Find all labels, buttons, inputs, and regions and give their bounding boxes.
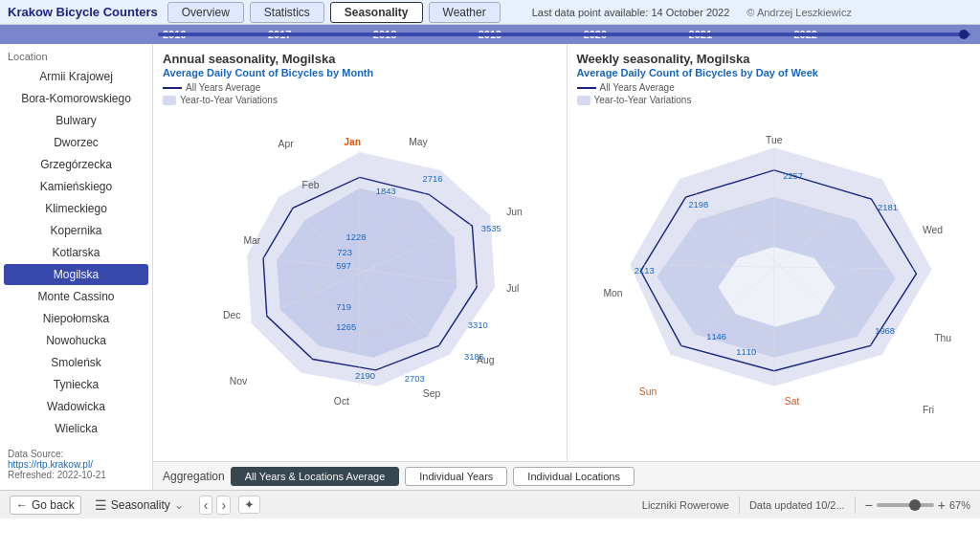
tab-seasonality[interactable]: Seasonality [330, 2, 423, 23]
breadcrumb: ☰ Seasonality ⌄ [95, 497, 184, 513]
svg-text:3310: 3310 [468, 320, 488, 330]
svg-text:Mon: Mon [603, 288, 622, 298]
annual-chart-legend: All Years Average Year-to-Year Variation… [163, 82, 557, 105]
svg-text:Feb: Feb [302, 180, 320, 190]
nav-prev-button[interactable]: ‹ [199, 496, 213, 515]
svg-text:723: 723 [337, 247, 352, 257]
annual-chart-title: Annual seasonality, Mogilska [163, 52, 557, 66]
svg-text:Oct: Oct [334, 396, 349, 407]
sidebar-item-klimec[interactable]: Klimeckiego [4, 198, 148, 219]
sidebar-item-grzegorz[interactable]: Grzegórzecka [4, 154, 148, 175]
expand-button[interactable]: ✦ [238, 496, 260, 514]
svg-text:1228: 1228 [346, 231, 367, 242]
zoom-in-button[interactable]: + [938, 497, 946, 513]
nav-arrows: ‹ › ✦ [199, 496, 260, 515]
breadcrumb-icon: ☰ [95, 497, 107, 513]
svg-text:2257: 2257 [783, 170, 803, 181]
aggregation-bar: Aggregation All Years & Locations Averag… [153, 461, 980, 490]
sidebar-item-bulwary[interactable]: Bulwary [4, 110, 148, 131]
annual-chart-subtitle: Average Daily Count of Bicycles by Month [163, 67, 557, 78]
annual-chart-panel: Annual seasonality, Mogilska Average Dai… [153, 44, 568, 461]
svg-text:Sun: Sun [638, 386, 657, 397]
svg-text:1968: 1968 [875, 325, 895, 336]
sidebar-item-dworzec[interactable]: Dworzec [4, 132, 148, 153]
sidebar-footer: Data Source: https://rtp.krakow.pl/ Refr… [0, 443, 152, 486]
aggregation-label: Aggregation [163, 470, 225, 483]
svg-text:2703: 2703 [405, 373, 425, 384]
breadcrumb-text: Seasonality [111, 498, 170, 512]
data-source-label: Data Source: [8, 449, 145, 459]
sidebar-item-kopern[interactable]: Kopernika [4, 220, 148, 241]
weekly-chart-legend: All Years Average Year-to-Year Variation… [577, 82, 971, 105]
sidebar-item-armii[interactable]: Armii Krajowej [4, 66, 148, 87]
sidebar-item-kamien[interactable]: Kamieńskiego [4, 176, 148, 197]
nav-next-button[interactable]: › [216, 496, 231, 515]
svg-text:Sep: Sep [423, 388, 441, 399]
bottom-right: Liczniki Rowerowe Data updated 10/2... −… [642, 496, 970, 514]
sidebar-item-bora[interactable]: Bora-Komorowskiego [4, 88, 148, 109]
svg-text:2113: 2113 [634, 265, 654, 276]
svg-text:Mar: Mar [243, 235, 260, 246]
bottom-bar: ← Go back ☰ Seasonality ⌄ ‹ › ✦ Liczniki… [0, 490, 980, 518]
weekly-radar: Tue Wed Thu Fri Sat Sun Mon 2257 2198 21… [577, 107, 971, 413]
sidebar-section-label: Location [0, 48, 152, 65]
svg-text:1265: 1265 [336, 321, 356, 332]
tab-weather[interactable]: Weather [429, 2, 501, 23]
svg-text:2181: 2181 [877, 202, 897, 212]
app-title: Krakow Bicycle Counters [8, 5, 158, 19]
nav-tabs: Overview Statistics Seasonality Weather [167, 2, 503, 23]
back-button[interactable]: ← Go back [10, 496, 81, 515]
svg-text:Jun: Jun [506, 207, 523, 217]
data-updated-label: Data updated 10/2... [749, 499, 845, 511]
agg-btn-individual-years[interactable]: Individual Years [405, 467, 507, 486]
zoom-slider[interactable] [877, 503, 934, 507]
tab-statistics[interactable]: Statistics [250, 2, 324, 23]
svg-text:1146: 1146 [706, 331, 726, 342]
sidebar-item-mogilska[interactable]: Mogilska [4, 264, 148, 285]
zoom-out-button[interactable]: − [865, 497, 873, 513]
svg-text:2190: 2190 [355, 370, 375, 381]
zoom-level: 67% [949, 499, 970, 511]
svg-text:2198: 2198 [688, 199, 708, 209]
back-label: Go back [32, 498, 75, 512]
agg-btn-all-years[interactable]: All Years & Locations Average [231, 467, 400, 486]
svg-text:Jul: Jul [506, 283, 519, 294]
svg-text:1843: 1843 [376, 186, 396, 196]
svg-text:Thu: Thu [934, 333, 951, 343]
sidebar-item-wielicka[interactable]: Wielicka [4, 418, 148, 439]
svg-text:Fri: Fri [923, 405, 934, 413]
refreshed-label: Refreshed: 2022-10-21 [8, 470, 145, 480]
agg-btn-individual-locations[interactable]: Individual Locations [513, 467, 635, 486]
svg-text:Tue: Tue [766, 135, 783, 145]
svg-text:1110: 1110 [736, 346, 756, 357]
annual-legend-fill-label: Year-to-Year Variations [180, 95, 278, 105]
svg-text:719: 719 [336, 301, 351, 312]
back-arrow-icon: ← [16, 498, 28, 512]
svg-text:Dec: Dec [223, 310, 240, 320]
sidebar-item-nowohucka[interactable]: Nowohucka [4, 330, 148, 351]
svg-text:3185: 3185 [464, 351, 484, 362]
sidebar-item-niepol[interactable]: Niepołomska [4, 308, 148, 329]
last-data-label: Last data point available: 14 October 20… [532, 7, 730, 18]
svg-text:Sat: Sat [784, 396, 799, 407]
svg-text:Nov: Nov [230, 376, 248, 386]
zoom-control: − + 67% [865, 497, 970, 513]
svg-text:2716: 2716 [423, 173, 443, 184]
weekly-legend-line-label: All Years Average [600, 82, 675, 93]
weekly-chart-subtitle: Average Daily Count of Bicycles by Day o… [577, 67, 971, 78]
sidebar-item-wadowicka[interactable]: Wadowicka [4, 396, 148, 417]
sidebar-item-kotlarska[interactable]: Kotlarska [4, 242, 148, 263]
sidebar-item-smolensk[interactable]: Smoleńsk [4, 352, 148, 373]
svg-text:597: 597 [336, 260, 351, 271]
svg-text:Jan: Jan [344, 137, 361, 147]
site-label: Liczniki Rowerowe [642, 499, 729, 511]
data-source-link[interactable]: https://rtp.krakow.pl/ [8, 459, 93, 470]
sidebar-item-monte[interactable]: Monte Cassino [4, 286, 148, 307]
tab-overview[interactable]: Overview [167, 2, 244, 23]
sidebar-item-tyniecka[interactable]: Tyniecka [4, 374, 148, 395]
credit-label: © Andrzej Leszkiewicz [746, 7, 852, 18]
weekly-chart-panel: Weekly seasonality, Mogilska Average Dai… [568, 44, 981, 461]
weekly-chart-title: Weekly seasonality, Mogilska [577, 52, 971, 66]
breadcrumb-dropdown-icon[interactable]: ⌄ [174, 498, 184, 512]
svg-text:Apr: Apr [278, 139, 295, 149]
